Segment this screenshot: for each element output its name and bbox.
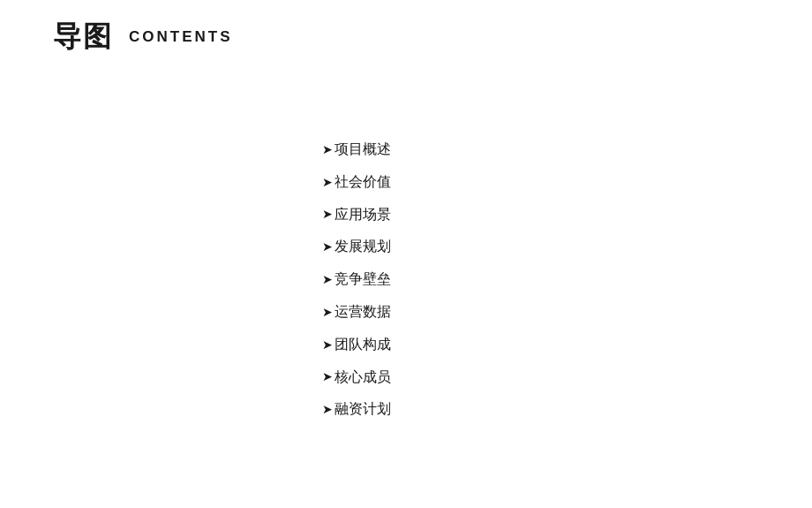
list-item-label: 融资计划 xyxy=(335,397,391,422)
arrow-icon: ➤ xyxy=(322,171,333,193)
list-item-label: 团队构成 xyxy=(335,332,391,358)
list-item: ➤社会价值 xyxy=(322,170,391,195)
list-item: ➤核心成员 xyxy=(322,365,391,390)
arrow-icon: ➤ xyxy=(322,269,333,291)
list-item-label: 项目概述 xyxy=(335,137,391,163)
list-item: ➤团队构成 xyxy=(322,332,391,358)
arrow-icon: ➤ xyxy=(322,236,333,258)
list-item: ➤竞争壁垒 xyxy=(322,267,391,292)
arrow-icon: ➤ xyxy=(322,366,333,388)
contents-label: CONTENTS xyxy=(129,28,233,46)
page: 导图 CONTENTS ➤项目概述➤社会价值➤应用场景➤发展规划➤竞争壁垒➤运营… xyxy=(0,0,812,508)
list-item-label: 应用场景 xyxy=(335,202,391,228)
list-item: ➤融资计划 xyxy=(322,397,391,422)
arrow-icon: ➤ xyxy=(322,301,333,323)
list-item: ➤运营数据 xyxy=(322,299,391,325)
list-item-label: 运营数据 xyxy=(335,299,391,325)
arrow-icon: ➤ xyxy=(322,203,333,225)
arrow-icon: ➤ xyxy=(322,398,333,421)
list-item-label: 社会价值 xyxy=(335,170,391,195)
list-item-label: 发展规划 xyxy=(335,234,391,260)
arrow-icon: ➤ xyxy=(322,334,333,356)
list-item-label: 竞争壁垒 xyxy=(335,267,391,292)
contents-list: ➤项目概述➤社会价值➤应用场景➤发展规划➤竞争壁垒➤运营数据➤团队构成➤核心成员… xyxy=(322,137,391,422)
list-item: ➤应用场景 xyxy=(322,202,391,228)
arrow-icon: ➤ xyxy=(322,139,333,161)
header: 导图 CONTENTS xyxy=(53,18,233,57)
list-item: ➤发展规划 xyxy=(322,234,391,260)
logo-text: 导图 xyxy=(53,18,113,57)
list-item: ➤项目概述 xyxy=(322,137,391,163)
list-item-label: 核心成员 xyxy=(335,365,391,390)
